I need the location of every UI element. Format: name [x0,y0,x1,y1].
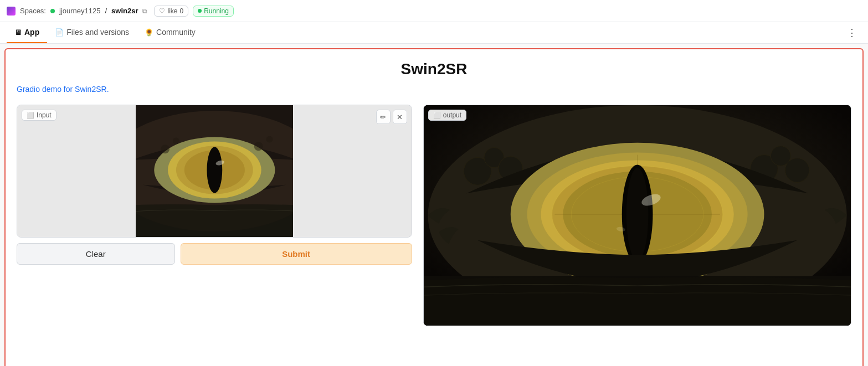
left-gray-area [17,105,136,237]
heart-icon: ♡ [159,7,165,15]
submit-button[interactable]: Submit [181,243,412,265]
separator: / [105,7,107,15]
spaces-icon [7,7,16,16]
output-image [424,105,851,326]
like-button[interactable]: ♡ like 0 [154,6,188,17]
right-panel: ⬜ output [423,105,851,326]
reponame[interactable]: swin2sr [111,7,138,15]
input-image-area [17,105,412,237]
files-tab-icon: 📄 [55,28,64,37]
running-dot [198,9,202,13]
tab-app-label: App [24,28,39,37]
svg-point-22 [785,158,809,183]
panels-row: ⬜ Input ✏ ✕ [17,105,851,326]
svg-point-11 [173,138,179,145]
main-content: Swin2SR Gradio demo for Swin2SR. ⬜ Input… [4,48,864,366]
svg-point-10 [161,145,170,153]
spaces-label: Spaces: [20,7,46,15]
app-title: Swin2SR [17,60,851,78]
svg-point-8 [207,147,222,193]
more-options-button[interactable]: ⋮ [843,27,861,39]
like-count: 0 [180,7,184,15]
edit-button[interactable]: ✏ [376,110,391,124]
buttons-row: Clear Submit [17,243,412,265]
svg-point-33 [626,168,648,260]
input-image-container: ⬜ Input ✏ ✕ [17,105,412,238]
app-subtitle: Gradio demo for Swin2SR. [17,85,851,94]
copy-icon[interactable]: ⧉ [142,7,147,15]
user-status-dot [50,9,55,13]
username[interactable]: jjourney1125 [59,7,100,15]
tab-app[interactable]: 🖥 App [7,22,47,43]
tab-files-label: Files and versions [66,28,129,37]
svg-point-12 [254,142,263,151]
output-image-container: ⬜ output [423,105,851,326]
tabbar: 🖥 App 📄 Files and versions 🌻 Community ⋮ [0,22,868,44]
tab-community-label: Community [156,28,196,37]
center-image [136,105,294,237]
image-actions: ✏ ✕ [376,110,407,124]
like-label: like [167,7,177,15]
tab-community[interactable]: 🌻 Community [137,22,203,43]
app-tab-icon: 🖥 [14,28,22,37]
output-image-icon: ⬜ [433,112,441,119]
running-label: Running [204,7,229,15]
close-button[interactable]: ✕ [393,110,407,124]
navbar: Spaces: jjourney1125 / swin2sr ⧉ ♡ like … [0,0,868,22]
svg-point-13 [266,136,273,143]
right-gray-area [293,105,412,237]
running-badge: Running [193,6,234,17]
output-label: ⬜ output [428,110,466,121]
left-panel: ⬜ Input ✏ ✕ [17,105,412,265]
input-image-icon: ⬜ [27,112,34,119]
clear-button[interactable]: Clear [17,243,175,265]
community-tab-icon: 🌻 [145,28,153,37]
tab-files[interactable]: 📄 Files and versions [47,22,137,43]
input-label: ⬜ Input [22,110,57,121]
